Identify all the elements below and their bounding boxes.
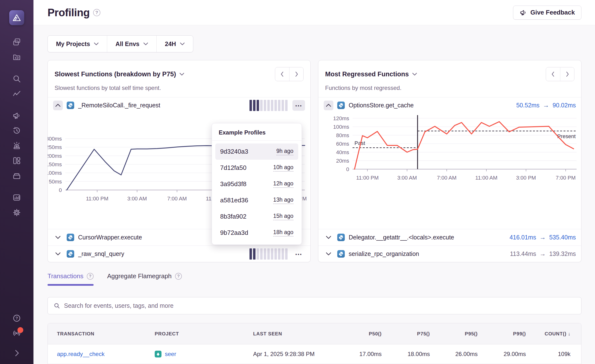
- most-regressed-title-dropdown[interactable]: Most Regressed Functions: [325, 71, 417, 78]
- function-row: OptionsStore.get_cache 50.52ms → 90.02ms: [318, 97, 581, 113]
- column-header-p50[interactable]: P50(): [333, 331, 382, 337]
- sidebar-item-explore[interactable]: [12, 74, 22, 84]
- profile-age-link[interactable]: 12h ago: [273, 180, 293, 188]
- sidebar-item-feedback[interactable]: [12, 111, 22, 121]
- profile-age-link[interactable]: 18h ago: [273, 229, 293, 237]
- tab-transactions[interactable]: Transactions ?: [48, 272, 94, 286]
- tab-aggregate-flamegraph[interactable]: Aggregate Flamegraph ?: [107, 272, 182, 286]
- profile-id[interactable]: 7d12fa50: [220, 164, 246, 172]
- sidebar-expand-button[interactable]: [12, 348, 22, 358]
- profile-age-link[interactable]: 15h ago: [273, 213, 293, 220]
- sidebar-item-dashboards[interactable]: [12, 156, 22, 166]
- expand-toggle[interactable]: [324, 249, 333, 259]
- profile-id[interactable]: 3a95d3f8: [220, 180, 246, 188]
- svg-text:80ms: 80ms: [336, 132, 349, 138]
- expand-toggle[interactable]: [53, 233, 63, 242]
- prev-page-button[interactable]: [546, 67, 560, 81]
- column-header-project[interactable]: PROJECT: [155, 331, 253, 337]
- column-header-p95[interactable]: P95(): [430, 331, 478, 337]
- python-icon: [337, 234, 345, 241]
- before-value[interactable]: 113.44ms: [510, 250, 536, 257]
- give-feedback-label: Give Feedback: [530, 9, 575, 16]
- svg-text:250ms: 250ms: [48, 144, 62, 150]
- profile-list-item[interactable]: 9d3240a3 9h ago: [215, 143, 298, 160]
- function-row: Delegator.__getattr__.<locals>.execute 4…: [318, 229, 581, 245]
- profile-id[interactable]: a581ed36: [220, 197, 248, 204]
- profile-age-link[interactable]: 9h ago: [276, 148, 293, 155]
- flamegraph-help-icon[interactable]: ?: [175, 273, 182, 280]
- sentry-logo[interactable]: [9, 10, 24, 25]
- function-name[interactable]: _RemoteSiloCall._fire_request: [78, 102, 160, 109]
- python-icon: [67, 102, 74, 109]
- p95-value: 26.00ms: [430, 351, 478, 357]
- project-filter-dropdown[interactable]: My Projects: [48, 36, 107, 52]
- env-filter-dropdown[interactable]: All Envs: [107, 36, 156, 52]
- expand-toggle[interactable]: [324, 233, 333, 242]
- chevron-down-icon: [412, 73, 417, 76]
- transactions-help-icon[interactable]: ?: [87, 273, 94, 280]
- column-header-p99[interactable]: P99(): [478, 331, 526, 337]
- table-row[interactable]: app.ready__check seer Apr 1, 2025 9:28:3…: [48, 344, 581, 364]
- chevron-up-icon: [326, 104, 331, 107]
- after-value[interactable]: 535.40ms: [549, 234, 576, 241]
- profile-id[interactable]: 9d3240a3: [220, 148, 248, 155]
- function-name[interactable]: OptionsStore.get_cache: [349, 102, 414, 109]
- card-title: Slowest Functions (breakdown by P75): [55, 71, 176, 78]
- give-feedback-button[interactable]: Give Feedback: [513, 6, 581, 20]
- svg-text:60ms: 60ms: [336, 141, 349, 147]
- profile-age-link[interactable]: 10h ago: [273, 164, 293, 172]
- sidebar-item-releases[interactable]: [12, 171, 22, 181]
- profile-age-link[interactable]: 13h ago: [273, 197, 293, 204]
- function-name[interactable]: CursorWrapper.execute: [78, 234, 142, 241]
- next-page-button[interactable]: [289, 67, 303, 81]
- function-name[interactable]: Delegator.__getattr__.<locals>.execute: [349, 234, 454, 241]
- svg-text:300ms: 300ms: [48, 136, 62, 142]
- svg-text:100ms: 100ms: [333, 124, 349, 130]
- collapse-toggle[interactable]: [53, 101, 63, 110]
- column-header-transaction[interactable]: TRANSACTION: [57, 331, 155, 337]
- date-range-dropdown[interactable]: 24H: [157, 36, 193, 52]
- before-value[interactable]: 50.52ms: [516, 102, 539, 109]
- row-options-button[interactable]: …: [292, 249, 305, 259]
- svg-text:3:00 AM: 3:00 AM: [127, 196, 147, 202]
- expand-toggle[interactable]: [53, 249, 63, 259]
- app-root: ? Profiling ? Give Feedback My Projects: [0, 0, 595, 364]
- column-header-last-seen[interactable]: LAST SEEN: [253, 331, 333, 337]
- sidebar-item-alerts[interactable]: [12, 141, 22, 151]
- after-value[interactable]: 90.02ms: [553, 102, 576, 109]
- profile-list-item[interactable]: 7d12fa50 10h ago: [215, 160, 298, 176]
- project-link[interactable]: seer: [165, 351, 176, 357]
- sidebar-item-issues[interactable]: [12, 37, 22, 47]
- python-icon: [337, 250, 345, 258]
- row-options-button[interactable]: …: [292, 100, 305, 111]
- profile-id[interactable]: 9b72aa3d: [220, 229, 248, 237]
- svg-text:7:00 AM: 7:00 AM: [167, 196, 187, 202]
- next-page-button[interactable]: [560, 67, 574, 81]
- prev-page-button[interactable]: [275, 67, 289, 81]
- chevron-down-icon: [94, 42, 99, 45]
- sidebar-item-stats[interactable]: [12, 192, 22, 203]
- sidebar-item-projects[interactable]: [12, 52, 22, 62]
- after-value[interactable]: 139.32ms: [549, 250, 576, 257]
- profile-id[interactable]: 8b3fa902: [220, 213, 246, 220]
- sidebar-item-whats-new[interactable]: [12, 328, 22, 338]
- sidebar-item-help[interactable]: ?: [12, 313, 22, 323]
- column-header-count[interactable]: COUNT()↓: [526, 331, 571, 337]
- profile-list-item[interactable]: 9b72aa3d 18h ago: [215, 225, 298, 241]
- profiling-help-icon[interactable]: ?: [93, 9, 100, 16]
- search-input[interactable]: [64, 302, 575, 309]
- profile-list-item[interactable]: a581ed36 13h ago: [215, 192, 298, 208]
- sidebar-item-replays[interactable]: [12, 126, 22, 136]
- function-name[interactable]: _raw_snql_query: [78, 250, 124, 257]
- before-value[interactable]: 416.01ms: [509, 234, 536, 241]
- slowest-functions-title-dropdown[interactable]: Slowest Functions (breakdown by P75): [55, 71, 184, 78]
- function-name[interactable]: serialize_rpc_organization: [349, 250, 419, 257]
- sidebar-item-insights[interactable]: [12, 89, 22, 99]
- transaction-link[interactable]: app.ready__check: [57, 351, 155, 357]
- profile-list-item[interactable]: 8b3fa902 15h ago: [215, 208, 298, 225]
- column-header-p75[interactable]: P75(): [382, 331, 430, 337]
- collapse-toggle[interactable]: [324, 101, 333, 110]
- profile-list-item[interactable]: 3a95d3f8 12h ago: [215, 176, 298, 192]
- arrow-right-icon: →: [539, 234, 546, 241]
- sidebar-item-settings[interactable]: [12, 207, 22, 218]
